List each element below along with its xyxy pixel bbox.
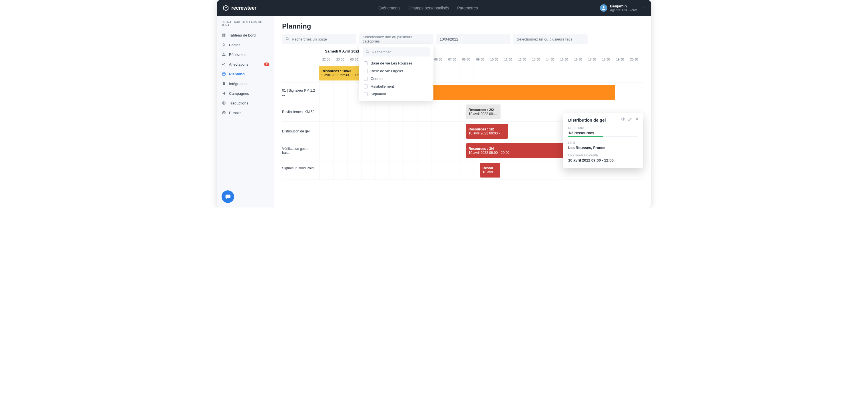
avatar (600, 4, 607, 12)
task-block[interactable]: Resources : 2/2 10 avril 2022 09:... (466, 104, 500, 119)
svg-rect-4 (224, 35, 225, 36)
popover-section-label: CRÉNEAU HORAIRE (568, 154, 638, 157)
filters: Recherchez un poste Sélectionnez une ou … (282, 34, 643, 44)
checkbox[interactable] (364, 92, 368, 96)
timeline-row: Resources : 10/40 9 avril 2022 22:30 - 1… (282, 63, 643, 83)
svg-point-17 (286, 37, 288, 39)
search-placeholder: Recherchez un poste (292, 37, 327, 41)
sidebar-item-label: E-mails (229, 111, 241, 115)
time-cell: 13:30 (529, 58, 543, 61)
nav-events[interactable]: Événements (378, 6, 401, 10)
dropdown-option[interactable]: Base de vie Les Rousses (363, 59, 430, 67)
time-cell: 08:30 (459, 58, 473, 61)
dropdown-search[interactable]: Rechercher (363, 47, 430, 57)
search-icon (285, 37, 289, 42)
sidebar-item-label: Campagnes (229, 91, 249, 96)
popover-resources: 1/2 ressources (568, 131, 638, 135)
sidebar-item-positions[interactable]: Postes (217, 40, 274, 50)
svg-rect-1 (222, 34, 223, 35)
people-icon (222, 52, 226, 57)
dropdown-option[interactable]: Base de vie Orgelet (363, 67, 430, 75)
positions-icon (222, 42, 226, 47)
sidebar-item-label: Planning (229, 72, 245, 76)
category-select[interactable]: Sélectionnez une ou plusieurs catégories… (359, 34, 433, 44)
send-icon (222, 91, 226, 96)
svg-point-11 (223, 63, 223, 63)
time-cell: 12:30 (515, 58, 529, 61)
chat-bubble[interactable] (222, 190, 234, 203)
page-title: Planning (282, 22, 643, 30)
category-placeholder: Sélectionnez une ou plusieurs catégories (363, 35, 430, 43)
tags-select[interactable]: Sélectionnez un ou plusieurs tags (514, 34, 588, 44)
sidebar-item-volunteers[interactable]: Bénévoles (217, 50, 274, 59)
nav-custom-fields[interactable]: Champs personnalisés (409, 6, 449, 10)
row-label: Ravitaillement KM 50 (282, 102, 319, 121)
search-icon (366, 50, 369, 55)
task-block[interactable]: Resources : 1/2 10 avril 2022 09:00 - ..… (466, 124, 508, 139)
time-cell: 16:30 (571, 58, 585, 61)
sidebar-item-campaigns[interactable]: Campagnes (217, 89, 274, 98)
sidebar-item-label: Intégration (229, 82, 246, 86)
popover-section-label: LIEU (568, 141, 638, 145)
date-input[interactable]: 10/04/2022 (436, 34, 510, 44)
top-nav: Événements Champs personnalisés Paramètr… (256, 6, 600, 10)
time-cell: 09:30 (473, 58, 487, 61)
time-cell: 14:30 (543, 58, 557, 61)
user-menu[interactable]: Benjamin Agence 123 Events (600, 4, 645, 12)
main: Planning Recherchez un poste Sélectionne… (274, 16, 651, 208)
time-cell: 19:30 (613, 58, 627, 61)
assignments-badge: 2 (264, 63, 269, 66)
checkbox[interactable] (364, 77, 368, 81)
checkbox[interactable] (364, 69, 368, 73)
globe-icon (222, 101, 226, 105)
sidebar-item-label: Bénévoles (229, 53, 246, 57)
sidebar-item-planning[interactable]: Planning (217, 69, 274, 79)
user-org: Agence 123 Events (610, 8, 637, 12)
logo[interactable]: recrewteer (223, 5, 256, 11)
svg-point-7 (224, 44, 225, 45)
checkbox[interactable] (364, 61, 368, 65)
dropdown-option[interactable]: Signaleur (363, 90, 430, 98)
sidebar-item-translations[interactable]: Traductions (217, 98, 274, 108)
close-icon[interactable] (634, 117, 640, 122)
row-label: Vérification geste bar... (282, 141, 319, 160)
svg-point-0 (603, 6, 604, 8)
time-cell: 23:30 (333, 58, 347, 61)
logo-icon (223, 5, 229, 11)
category-dropdown: Rechercher Base de vie Les Rousses Base … (359, 44, 433, 101)
dropdown-option[interactable]: Course (363, 75, 430, 83)
popover-location: Les Rousses, France (568, 146, 638, 150)
progress-bar (568, 136, 638, 137)
svg-point-13 (222, 64, 223, 65)
dropdown-search-placeholder: Rechercher (372, 50, 391, 54)
sidebar-item-emails[interactable]: E-mails (217, 108, 274, 118)
sidebar-item-dashboard[interactable]: Tableau de bord (217, 30, 274, 40)
svg-point-18 (366, 50, 368, 52)
checkbox[interactable] (364, 85, 368, 89)
time-cell: 07:30 (445, 58, 459, 61)
eye-icon[interactable] (621, 117, 626, 122)
at-icon (222, 110, 226, 115)
sidebar-item-integration[interactable]: Intégration (217, 79, 274, 89)
pencil-icon[interactable] (628, 117, 633, 122)
task-popover: Distribution de gel RESSOURCES 1/2 resso… (563, 113, 643, 168)
sidebar-item-assignments[interactable]: Affectations 2 (217, 59, 274, 69)
svg-point-5 (223, 43, 224, 44)
row-label: Distribution de gel (282, 122, 319, 141)
search-input[interactable]: Recherchez un poste (282, 34, 356, 44)
svg-rect-3 (222, 35, 223, 36)
file-icon (222, 81, 226, 86)
row-label: Signaleur Rond Point ... (282, 160, 319, 180)
dropdown-option[interactable]: Ravitaillement (363, 83, 430, 90)
time-cell: 11:30 (501, 58, 515, 61)
timeline-row: 01 | Signaleur KM 1,2 ... 10 avril 2022 … (282, 83, 643, 102)
sidebar-item-label: Traductions (229, 101, 248, 105)
event-name: ULTRA TRAIL DES LACS DU JURA (217, 21, 274, 30)
time-cell: 10:30 (487, 58, 501, 61)
time-cell: 18:30 (599, 58, 613, 61)
header: recrewteer Événements Champs personnalis… (217, 0, 651, 16)
popover-section-label: RESSOURCES (568, 126, 638, 130)
task-block[interactable]: Resou... 10 avri... (480, 163, 500, 178)
nav-settings[interactable]: Paramètres (457, 6, 478, 10)
svg-point-19 (623, 119, 624, 120)
